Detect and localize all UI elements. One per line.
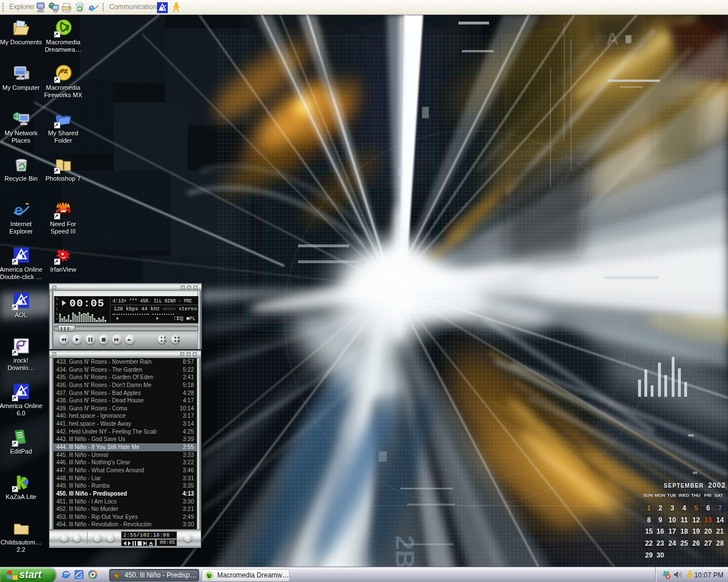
svg-text:A: A	[606, 29, 619, 48]
svg-text:e: e	[89, 2, 94, 13]
svg-text:e: e	[14, 201, 23, 219]
svg-text:2B: 2B	[390, 535, 420, 567]
